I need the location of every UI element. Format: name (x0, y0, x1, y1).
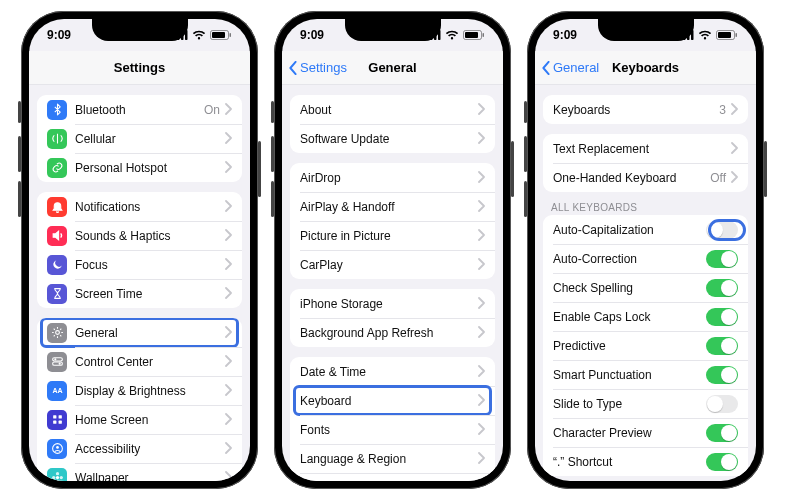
row-language-region[interactable]: Language & Region (290, 444, 495, 473)
row-screen-time[interactable]: Screen Time (37, 279, 242, 308)
row-sounds-haptics[interactable]: Sounds & Haptics (37, 221, 242, 250)
row-control-center[interactable]: Control Center (37, 347, 242, 376)
auto-correction-toggle[interactable] (706, 250, 738, 268)
row-display-brightness[interactable]: AADisplay & Brightness (37, 376, 242, 405)
smart-punctuation-toggle[interactable] (706, 366, 738, 384)
row-label: Check Spelling (553, 281, 706, 295)
chevron-right-icon (224, 326, 232, 340)
toggle-group: Auto-CapitalizationAuto-CorrectionCheck … (543, 215, 748, 476)
nav-back-label: Settings (300, 60, 347, 75)
row-picture-in-picture[interactable]: Picture in Picture (290, 221, 495, 250)
chevron-right-icon (224, 413, 232, 427)
keyboards-list[interactable]: Keyboards3Text ReplacementOne-Handed Key… (535, 85, 756, 481)
auto-capitalization-toggle[interactable] (706, 221, 738, 239)
row-about[interactable]: About (290, 95, 495, 124)
row-notifications[interactable]: Notifications (37, 192, 242, 221)
chevron-right-icon (477, 452, 485, 466)
settings-group: AboutSoftware Update (290, 95, 495, 153)
svg-text:AA: AA (52, 387, 62, 394)
row-focus[interactable]: Focus (37, 250, 242, 279)
general-list[interactable]: AboutSoftware UpdateAirDropAirPlay & Han… (282, 85, 503, 481)
row-label: Screen Time (75, 287, 224, 301)
row-keyboard[interactable]: Keyboard (290, 386, 495, 415)
row-label: Software Update (300, 132, 477, 146)
chevron-right-icon (224, 132, 232, 146)
row-label: Smart Punctuation (553, 368, 706, 382)
row-personal-hotspot[interactable]: Personal Hotspot (37, 153, 242, 182)
row-label: Text Replacement (553, 142, 730, 156)
row-label: Control Center (75, 355, 224, 369)
row-keyboards[interactable]: Keyboards3 (543, 95, 748, 124)
enable-caps-lock-toggle[interactable] (706, 308, 738, 326)
chevron-right-icon (477, 326, 485, 340)
row-label: Language & Region (300, 452, 477, 466)
svg-rect-34 (465, 32, 478, 38)
row-label: Wallpaper (75, 471, 224, 482)
chevron-right-icon (477, 423, 485, 437)
svg-rect-14 (58, 415, 61, 418)
slide-to-type-toggle[interactable] (706, 395, 738, 413)
nav-back-label: General (553, 60, 599, 75)
character-preview-toggle[interactable] (706, 424, 738, 442)
row-shortcut: “.” Shortcut (543, 447, 748, 476)
chevron-right-icon (224, 258, 232, 272)
row-general[interactable]: General (37, 318, 242, 347)
general-icon (47, 323, 67, 343)
row-label: Dictionary (300, 481, 477, 482)
chevron-right-icon (477, 365, 485, 379)
chevron-right-icon (477, 481, 485, 482)
row-character-preview: Character Preview (543, 418, 748, 447)
row-value: On (204, 103, 220, 117)
row-enable-caps-lock: Enable Caps Lock (543, 302, 748, 331)
svg-rect-41 (718, 32, 731, 38)
row-fonts[interactable]: Fonts (290, 415, 495, 444)
row-label: Sounds & Haptics (75, 229, 224, 243)
settings-list[interactable]: BluetoothOnCellularPersonal HotspotNotif… (29, 85, 250, 481)
chevron-right-icon (477, 258, 485, 272)
row-airdrop[interactable]: AirDrop (290, 163, 495, 192)
shortcut-toggle[interactable] (706, 453, 738, 471)
row-cellular[interactable]: Cellular (37, 124, 242, 153)
row-label: Date & Time (300, 365, 477, 379)
nav-bar: General Keyboards (535, 51, 756, 85)
home-screen-icon (47, 410, 67, 430)
row-label: Home Screen (75, 413, 224, 427)
row-one-handed-keyboard[interactable]: One-Handed KeyboardOff (543, 163, 748, 192)
row-label: About (300, 103, 477, 117)
row-label: Enable Caps Lock (553, 310, 706, 324)
row-carplay[interactable]: CarPlay (290, 250, 495, 279)
row-date-time[interactable]: Date & Time (290, 357, 495, 386)
nav-back-button[interactable]: General (541, 51, 599, 84)
row-label: Fonts (300, 423, 477, 437)
settings-group: iPhone StorageBackground App Refresh (290, 289, 495, 347)
predictive-toggle[interactable] (706, 337, 738, 355)
row-text-replacement[interactable]: Text Replacement (543, 134, 748, 163)
svg-rect-8 (52, 358, 62, 361)
row-label: “.” Shortcut (553, 455, 706, 469)
chevron-right-icon (224, 442, 232, 456)
row-wallpaper[interactable]: Wallpaper (37, 463, 242, 481)
row-accessibility[interactable]: Accessibility (37, 434, 242, 463)
row-label: Auto-Correction (553, 252, 706, 266)
row-label: Slide to Type (553, 397, 706, 411)
row-software-update[interactable]: Software Update (290, 124, 495, 153)
row-bluetooth[interactable]: BluetoothOn (37, 95, 242, 124)
svg-point-19 (55, 476, 58, 479)
row-label: One-Handed Keyboard (553, 171, 710, 185)
chevron-right-icon (730, 142, 738, 156)
svg-point-11 (58, 363, 60, 365)
row-predictive: Predictive (543, 331, 748, 360)
chevron-right-icon (224, 103, 232, 117)
row-home-screen[interactable]: Home Screen (37, 405, 242, 434)
nav-back-button[interactable]: Settings (288, 51, 347, 84)
chevron-right-icon (477, 132, 485, 146)
cellular-icon (47, 129, 67, 149)
screen-time-icon (47, 284, 67, 304)
row-iphone-storage[interactable]: iPhone Storage (290, 289, 495, 318)
row-label: AirDrop (300, 171, 477, 185)
display-brightness-icon: AA (47, 381, 67, 401)
row-airplay-handoff[interactable]: AirPlay & Handoff (290, 192, 495, 221)
row-background-app-refresh[interactable]: Background App Refresh (290, 318, 495, 347)
check-spelling-toggle[interactable] (706, 279, 738, 297)
row-dictionary[interactable]: Dictionary (290, 473, 495, 481)
